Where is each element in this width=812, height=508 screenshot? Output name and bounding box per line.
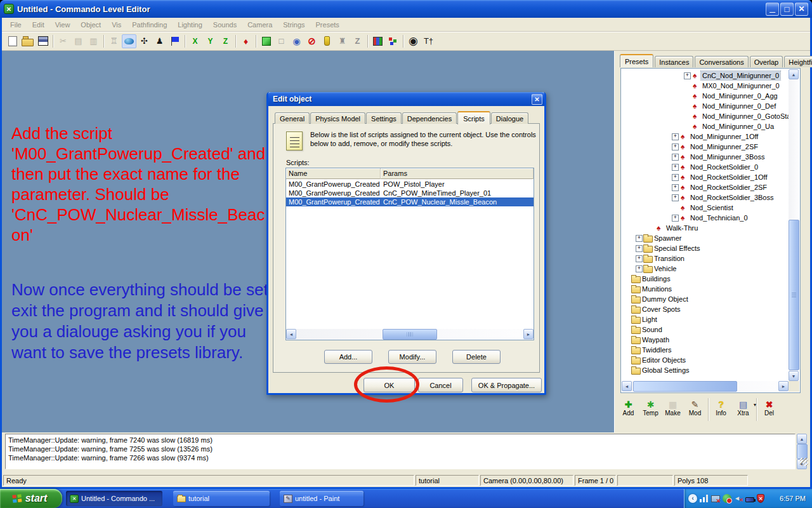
expand-toggle-icon[interactable] [623, 324, 631, 335]
expand-toggle-icon[interactable] [671, 152, 679, 162]
expand-toggle-icon[interactable] [671, 192, 679, 203]
task-tutorial-folder[interactable]: tutorial [173, 491, 270, 506]
no-lightmap-icon[interactable]: ⊘ [304, 34, 319, 48]
solid-cube-icon[interactable] [259, 34, 273, 48]
expand-toggle-icon[interactable] [623, 345, 631, 355]
vis-camera-eye-icon[interactable]: ◉ [406, 34, 421, 48]
cancel-button[interactable]: Cancel [418, 378, 463, 392]
tree-item[interactable]: Munitions [622, 284, 789, 294]
tree-item[interactable]: Waypath [622, 335, 789, 345]
add-preset-button[interactable]: ✚ Add [619, 398, 638, 417]
expand-toggle-icon[interactable] [671, 182, 679, 192]
menu-item[interactable]: File [8, 20, 24, 30]
tree-item[interactable]: Global Settings [622, 365, 789, 375]
modify-script-button[interactable]: Modify... [388, 350, 436, 364]
expand-toggle-icon[interactable] [683, 81, 691, 91]
rgb-dots-icon[interactable] [386, 34, 400, 48]
dialog-tab[interactable]: Dependencies [402, 112, 457, 124]
zone-edit-icon[interactable]: Z [350, 34, 365, 48]
text-tool-icon[interactable]: T† [421, 34, 436, 48]
tree-item[interactable]: Cover Spots [622, 304, 789, 314]
expand-toggle-icon[interactable] [671, 142, 679, 152]
dialog-titlebar[interactable]: Edit object [268, 92, 544, 106]
menu-item[interactable]: Vis [109, 20, 124, 30]
menu-item[interactable]: Pathfinding [129, 20, 169, 30]
tree-item[interactable]: Nod_RocketSoldier_3Boss [622, 192, 789, 203]
battery-icon[interactable] [745, 497, 754, 502]
volume-muted-icon[interactable] [734, 494, 743, 503]
list-horizontal-scrollbar[interactable] [286, 329, 534, 340]
scroll-up-arrow[interactable] [789, 69, 799, 79]
wireframe-cube-icon[interactable]: □ [274, 34, 289, 48]
y-axis-icon[interactable]: Y [203, 34, 218, 48]
tree-item[interactable]: Editor Objects [622, 355, 789, 365]
list-column-header[interactable]: Params [381, 168, 534, 179]
ok-propagate-button[interactable]: OK & Propagate... [471, 378, 542, 392]
tree-vertical-scrollbar[interactable] [789, 69, 799, 381]
del-button[interactable]: ✖ Del [759, 398, 779, 417]
expand-toggle-icon[interactable] [671, 213, 679, 223]
tree-item[interactable]: Nod_RocketSoldier_1Off [622, 172, 789, 182]
task-commando-editor[interactable]: Untitled - Commando ... [66, 491, 162, 506]
dolly-camera-icon[interactable]: ♜ [335, 34, 350, 48]
menu-item[interactable]: View [53, 20, 73, 30]
cut-icon[interactable]: ✂ [56, 34, 70, 48]
expand-toggle-icon[interactable] [635, 253, 643, 264]
tree-item[interactable]: Twiddlers [622, 345, 789, 355]
scroll-down-arrow[interactable] [789, 371, 799, 381]
scroll-thumb[interactable] [797, 444, 808, 459]
flag-icon[interactable] [167, 34, 182, 48]
expand-toggle-icon[interactable] [623, 365, 631, 375]
expand-toggle-icon[interactable] [671, 203, 679, 213]
expand-toggle-icon[interactable] [623, 304, 631, 314]
signal-strength-icon[interactable] [700, 494, 709, 503]
script-row[interactable]: M00_GrantPowerup_Created POW_Pistol_Play… [286, 180, 534, 189]
script-row[interactable]: M00_GrantPowerup_Created CnC_POW_MineTim… [286, 189, 534, 197]
list-column-header[interactable]: Name [286, 168, 381, 179]
xtra-button[interactable]: ▤ Xtra [733, 398, 753, 417]
script-row[interactable]: M00_GrantPowerup_Created CnC_POW_Nuclear… [286, 197, 534, 206]
save-file-icon[interactable] [36, 34, 50, 48]
expand-toggle-icon[interactable] [623, 284, 631, 294]
info-button[interactable]: ? Info [711, 398, 731, 417]
dialog-tab[interactable]: Physics Model [310, 112, 365, 124]
scroll-thumb[interactable] [633, 381, 737, 392]
dialog-tab[interactable]: Settings [366, 112, 402, 124]
expand-toggle-icon[interactable] [683, 70, 691, 81]
x-axis-icon[interactable]: X [188, 34, 202, 48]
walk-mode-icon[interactable]: ♟ [152, 34, 167, 48]
expand-toggle-icon[interactable] [671, 172, 679, 182]
messenger-alert-icon[interactable] [723, 494, 731, 503]
visibility-eye-icon[interactable]: ◉ [289, 34, 304, 48]
tree-item[interactable]: Special Effects [622, 243, 789, 253]
tree-item[interactable]: Walk-Thru [622, 223, 789, 233]
level-viewport[interactable]: Add the script 'M00_GrantPowerup_Created… [2, 51, 614, 432]
copy-icon[interactable]: ▤ [71, 34, 86, 48]
close-button[interactable] [795, 3, 808, 16]
window-titlebar[interactable]: Untitled - Commando Level Editor [0, 0, 812, 18]
axis-gizmo-icon[interactable]: ✣ [137, 34, 152, 48]
camera-rig-icon[interactable]: ♖ [107, 34, 121, 48]
expand-toggle-icon[interactable] [671, 162, 679, 172]
tree-item[interactable]: Light [622, 314, 789, 324]
expand-toggle-icon[interactable] [635, 233, 643, 243]
minimize-button[interactable] [766, 3, 779, 16]
dialog-tab[interactable]: Scripts [457, 111, 490, 124]
menu-item[interactable]: Edit [30, 20, 47, 30]
tree-item[interactable]: Spawner [622, 233, 789, 243]
task-paint[interactable]: untitled - Paint [280, 491, 363, 506]
expand-toggle-icon[interactable] [683, 91, 691, 101]
expand-toggle-icon[interactable] [623, 294, 631, 304]
expand-toggle-icon[interactable] [683, 121, 691, 131]
tree-item[interactable]: Nod_Minigunner_0_Ua [622, 121, 789, 131]
tree-item[interactable]: Transition [622, 253, 789, 264]
tree-item[interactable]: Nod_Minigunner_1Off [622, 131, 789, 142]
scroll-track[interactable] [632, 381, 778, 392]
tree-item[interactable]: Buildings [622, 274, 789, 284]
tree-item[interactable]: Nod_Minigunner_0_Def [622, 101, 789, 111]
tree-item[interactable]: Dummy Object [622, 294, 789, 304]
menu-item[interactable]: Strings [280, 20, 307, 30]
scroll-left-arrow[interactable] [286, 329, 296, 339]
delete-script-button[interactable]: Delete [452, 350, 501, 364]
menu-item[interactable]: Lighting [175, 20, 205, 30]
